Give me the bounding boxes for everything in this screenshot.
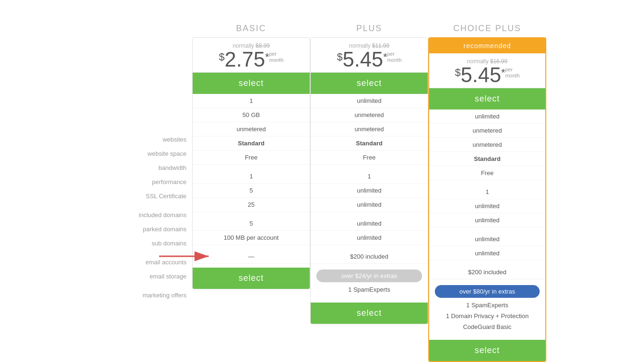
choice-plus-website-space: unmetered xyxy=(429,124,545,138)
plus-select-button-bottom[interactable]: select xyxy=(311,303,428,324)
choice-plus-select-button-top[interactable]: select xyxy=(429,88,545,109)
plus-websites: unlimited xyxy=(311,94,428,108)
choice-plus-included-domains: 1 xyxy=(429,185,545,199)
plus-plan-column: normally $11.99 $ 5.45 * permonth select… xyxy=(310,37,428,324)
plus-price-box: normally $11.99 $ 5.45 * permonth xyxy=(311,38,428,73)
label-email-accounts: email accounts xyxy=(98,255,192,269)
label-sub-domains: sub domains xyxy=(98,236,192,250)
basic-per-month: permonth xyxy=(269,51,284,63)
basic-plan-column: normally $8.99 $ 2.75 * permonth select … xyxy=(192,37,310,289)
plus-email-storage: unlimited xyxy=(311,231,428,245)
basic-asterisk: * xyxy=(265,51,269,63)
label-parked-domains: parked domains xyxy=(98,222,192,236)
plus-website-space: unmetered xyxy=(311,108,428,122)
label-ssl: SSL Certificate xyxy=(98,189,192,203)
choice-plus-parked-domains: unlimited xyxy=(429,199,545,213)
choice-plus-dollar: $ xyxy=(455,67,460,79)
basic-parked-domains: 5 xyxy=(193,184,310,198)
recommended-badge: recommended xyxy=(429,38,545,53)
plus-parked-domains: unlimited xyxy=(311,184,428,198)
plus-performance: Standard xyxy=(311,136,428,151)
choice-plus-asterisk: * xyxy=(501,67,505,79)
basic-price-main: $ 2.75 * permonth xyxy=(197,49,305,70)
basic-select-button-top[interactable]: select xyxy=(193,73,310,94)
basic-amount: 2.75 xyxy=(225,49,265,70)
choice-plus-marketing: $200 included xyxy=(429,265,545,279)
plus-marketing: $200 included xyxy=(311,250,428,264)
basic-ssl: Free xyxy=(193,151,310,165)
basic-plan-title: BASIC xyxy=(192,19,310,37)
basic-features: 1 50 GB unmetered Standard Free 1 5 25 5… xyxy=(193,94,310,264)
basic-website-space: 50 GB xyxy=(193,108,310,122)
plus-dollar: $ xyxy=(337,51,342,63)
choice-plus-amount: 5.45 xyxy=(461,65,501,85)
plus-per-month: permonth xyxy=(387,51,402,63)
choice-plus-extra-1: 1 SpamExperts xyxy=(435,300,540,311)
choice-plus-email-accounts: unlimited xyxy=(429,232,545,246)
basic-websites: 1 xyxy=(193,94,310,108)
basic-email-accounts: 5 xyxy=(193,217,310,231)
choice-plus-sub-domains: unlimited xyxy=(429,213,545,227)
choice-plus-price-box: normally $16.99 $ 5.45 * permonth xyxy=(429,53,545,88)
choice-plus-per-month: permonth xyxy=(505,67,520,79)
label-websites: websites xyxy=(98,132,192,146)
choice-plus-plan-column: recommended normally $16.99 $ 5.45 * per… xyxy=(428,37,546,362)
basic-sub-domains: 25 xyxy=(193,198,310,212)
plus-extra-1: 1 SpamExperts xyxy=(316,284,422,295)
plus-extras-section: over $24/yr in extras 1 SpamExperts xyxy=(311,264,428,299)
label-marketing-offers: marketing offers xyxy=(98,288,192,302)
choice-plus-email-storage: unlimited xyxy=(429,246,545,261)
choice-plus-extra-2: 1 Domain Privacy + Protection xyxy=(435,311,540,321)
basic-performance: Standard xyxy=(193,136,310,151)
choice-plus-extras-badge: over $80/yr in extras xyxy=(435,285,540,298)
label-performance: performance xyxy=(98,175,192,189)
choice-plus-ssl: Free xyxy=(429,166,545,180)
choice-plus-extra-3: CodeGuard Basic xyxy=(435,321,540,332)
label-bandwidth: bandwidth xyxy=(98,160,192,175)
choice-plus-websites: unlimited xyxy=(429,109,545,124)
plus-plan-title: PLUS xyxy=(310,19,428,37)
choice-plus-extras-section: over $80/yr in extras 1 SpamExperts 1 Do… xyxy=(429,279,545,336)
basic-bandwidth: unmetered xyxy=(193,122,310,136)
basic-select-button-bottom[interactable]: select xyxy=(193,268,310,289)
label-included-domains: included domains xyxy=(98,208,192,222)
basic-email-storage: 100 MB per account xyxy=(193,231,310,245)
plus-sub-domains: unlimited xyxy=(311,198,428,212)
plus-ssl: Free xyxy=(311,151,428,165)
plus-select-button-top[interactable]: select xyxy=(311,73,428,94)
plus-email-accounts: unlimited xyxy=(311,217,428,231)
plus-bandwidth: unmetered xyxy=(311,122,428,136)
label-email-storage: email storage xyxy=(98,269,192,283)
choice-plus-bandwidth: unmetered xyxy=(429,138,545,152)
choice-plus-price-main: $ 5.45 * permonth xyxy=(434,65,541,85)
feature-labels-column: websites website space bandwidth perform… xyxy=(98,19,192,302)
choice-plus-performance: Standard xyxy=(429,152,545,166)
plus-price-main: $ 5.45 * permonth xyxy=(315,49,423,70)
basic-marketing: — xyxy=(193,250,310,264)
choice-plus-select-button-bottom[interactable]: select xyxy=(429,340,545,361)
plus-extras-badge: over $24/yr in extras xyxy=(316,269,422,282)
plus-features: unlimited unmetered unmetered Standard F… xyxy=(311,94,428,264)
plus-asterisk: * xyxy=(383,51,387,63)
basic-included-domains: 1 xyxy=(193,169,310,184)
plus-included-domains: 1 xyxy=(311,169,428,184)
choice-plus-features: unlimited unmetered unmetered Standard F… xyxy=(429,109,545,279)
choice-plus-plan-title: CHOICE PLUS xyxy=(428,19,546,37)
basic-dollar: $ xyxy=(219,51,224,63)
plus-amount: 5.45 xyxy=(343,49,383,70)
pricing-section: websites website space bandwidth perform… xyxy=(98,19,546,362)
basic-price-box: normally $8.99 $ 2.75 * permonth xyxy=(193,38,310,73)
label-website-space: website space xyxy=(98,146,192,160)
